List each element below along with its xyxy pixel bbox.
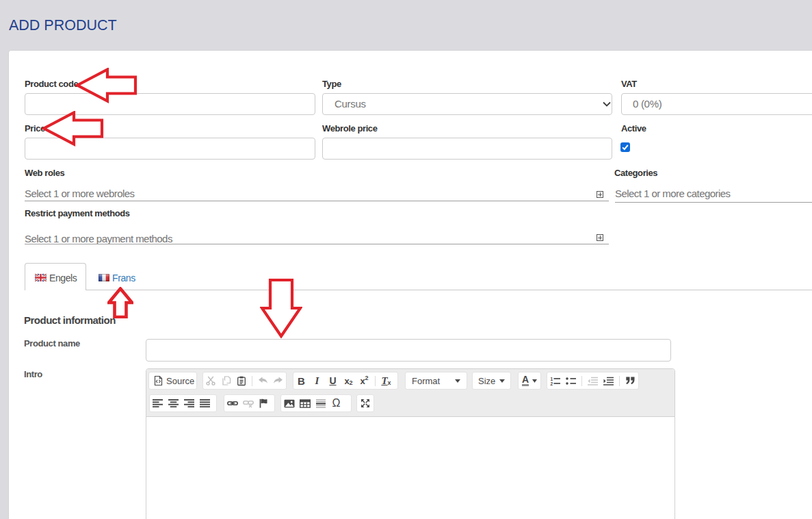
svg-text:2: 2 — [551, 381, 553, 385]
